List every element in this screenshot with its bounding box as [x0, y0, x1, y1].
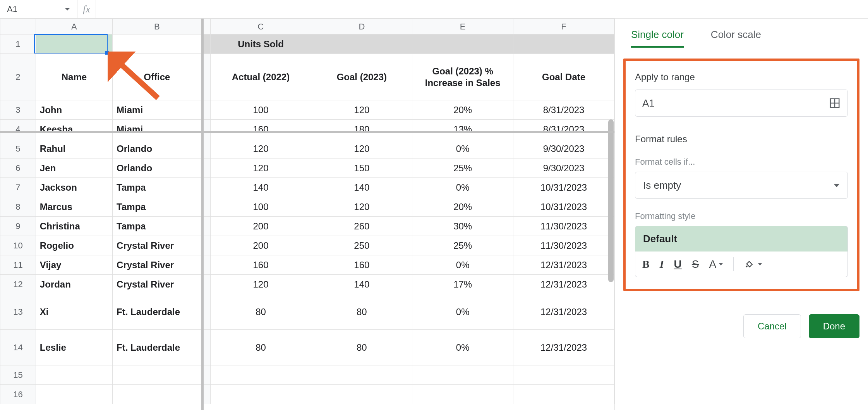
cell[interactable]: 140 [311, 178, 412, 197]
table-row[interactable]: 9 Christina Tampa 200 260 30% 11/30/2023 [0, 217, 614, 236]
cell-E2[interactable]: Goal (2023) % Increase in Sales [412, 54, 513, 100]
cell-B1[interactable] [113, 34, 202, 54]
cell[interactable]: 80 [210, 294, 311, 330]
cell[interactable]: Leslie [36, 330, 112, 365]
cell-C2[interactable]: Actual (2022) [210, 54, 311, 100]
cell[interactable]: 10/31/2023 [513, 178, 614, 197]
cell[interactable]: Jen [36, 158, 112, 178]
cell[interactable]: Jordan [36, 275, 112, 294]
cell[interactable]: 140 [210, 178, 311, 197]
cell[interactable]: Orlando [113, 158, 202, 178]
cell[interactable]: 120 [210, 275, 311, 294]
cell[interactable]: Tampa [113, 217, 202, 236]
col-header-A[interactable]: A [36, 19, 112, 34]
cell-F1[interactable] [513, 34, 614, 54]
table-row[interactable]: 5 Rahul Orlando 120 120 0% 9/30/2023 [0, 139, 614, 158]
select-all-corner[interactable] [0, 19, 36, 34]
cell[interactable] [513, 365, 614, 385]
cell[interactable]: 120 [311, 100, 412, 120]
cell[interactable]: Crystal River [113, 275, 202, 294]
cell[interactable]: 12/31/2023 [513, 275, 614, 294]
cell[interactable]: John [36, 100, 112, 120]
cell[interactable]: 25% [412, 158, 513, 178]
row-header[interactable]: 16 [0, 385, 36, 404]
cell[interactable]: 160 [210, 120, 311, 139]
apply-range-input[interactable]: A1 [635, 90, 848, 117]
cell[interactable]: Rahul [36, 139, 112, 158]
cell[interactable]: 12/31/2023 [513, 294, 614, 330]
cell[interactable]: 100 [210, 100, 311, 120]
cell[interactable]: 260 [311, 217, 412, 236]
cell[interactable]: 80 [311, 330, 412, 365]
cell-D2[interactable]: Goal (2023) [311, 54, 412, 100]
cell[interactable] [36, 385, 112, 404]
cell[interactable]: 9/30/2023 [513, 139, 614, 158]
condition-select[interactable]: Is empty [635, 172, 848, 199]
cell-F2[interactable]: Goal Date [513, 54, 614, 100]
row-header[interactable]: 9 [0, 217, 36, 236]
cell[interactable]: 0% [412, 139, 513, 158]
table-row[interactable]: 2 Name Office Actual (2022) Goal (2023) … [0, 54, 614, 100]
cell[interactable]: Marcus [36, 197, 112, 217]
row-header[interactable]: 6 [0, 158, 36, 178]
cell[interactable]: Tampa [113, 197, 202, 217]
table-row[interactable]: 14 Leslie Ft. Lauderdale 80 80 0% 12/31/… [0, 330, 614, 365]
italic-button[interactable]: I [660, 258, 664, 270]
name-box[interactable]: A1 [0, 0, 77, 18]
table-row[interactable]: 4 Keesha Miami 160 180 13% 8/31/2023 [0, 120, 614, 139]
cell[interactable]: Ft. Lauderdale [113, 294, 202, 330]
cell[interactable]: 13% [412, 120, 513, 139]
cell[interactable]: 140 [311, 275, 412, 294]
tab-color-scale[interactable]: Color scale [711, 26, 761, 48]
cell-A1[interactable] [36, 34, 112, 54]
row-header[interactable]: 10 [0, 236, 36, 255]
row-header[interactable]: 3 [0, 100, 36, 120]
cell[interactable] [113, 365, 202, 385]
cell[interactable]: Vijay [36, 255, 112, 275]
cell[interactable]: 12/31/2023 [513, 330, 614, 365]
row-header[interactable]: 7 [0, 178, 36, 197]
cell[interactable]: Ft. Lauderdale [113, 330, 202, 365]
cell[interactable]: Jackson [36, 178, 112, 197]
row-header[interactable]: 14 [0, 330, 36, 365]
cell[interactable]: Keesha [36, 120, 112, 139]
cell[interactable]: 160 [210, 255, 311, 275]
cell[interactable] [513, 385, 614, 404]
tab-single-color[interactable]: Single color [631, 26, 684, 48]
row-header[interactable]: 8 [0, 197, 36, 217]
cell[interactable]: Miami [113, 120, 202, 139]
cell[interactable]: Miami [113, 100, 202, 120]
table-row[interactable]: 7 Jackson Tampa 140 140 0% 10/31/2023 [0, 178, 614, 197]
vertical-scrollbar[interactable] [608, 119, 614, 282]
col-header-E[interactable]: E [412, 19, 513, 34]
column-header-row[interactable]: A B C D E F [0, 19, 614, 34]
cell[interactable]: 120 [210, 139, 311, 158]
cell[interactable]: 17% [412, 275, 513, 294]
cell[interactable]: 10/31/2023 [513, 197, 614, 217]
cell[interactable]: Crystal River [113, 255, 202, 275]
fill-color-button[interactable] [744, 258, 762, 270]
row-header[interactable]: 4 [0, 120, 36, 139]
cell[interactable]: Orlando [113, 139, 202, 158]
cell-C1[interactable]: Units Sold [210, 34, 311, 54]
cell[interactable]: 120 [210, 158, 311, 178]
cell[interactable]: 120 [311, 197, 412, 217]
cell[interactable]: 0% [412, 330, 513, 365]
cell[interactable]: 80 [210, 330, 311, 365]
cell[interactable]: Crystal River [113, 236, 202, 255]
col-header-C[interactable]: C [210, 19, 311, 34]
cell[interactable]: 80 [311, 294, 412, 330]
cell[interactable]: 150 [311, 158, 412, 178]
row-header[interactable]: 15 [0, 365, 36, 385]
spreadsheet-grid[interactable]: A B C D E F 1 Units Sold [0, 19, 615, 410]
table-row[interactable]: 11 Vijay Crystal River 160 160 0% 12/31/… [0, 255, 614, 275]
cell[interactable] [210, 385, 311, 404]
cell[interactable] [36, 365, 112, 385]
col-header-D[interactable]: D [311, 19, 412, 34]
style-preview[interactable]: Default [635, 226, 848, 252]
col-header-B[interactable]: B [113, 19, 202, 34]
row-header[interactable]: 2 [0, 54, 36, 100]
row-header[interactable]: 13 [0, 294, 36, 330]
table-row[interactable]: 15 [0, 365, 614, 385]
cell[interactable]: 20% [412, 197, 513, 217]
